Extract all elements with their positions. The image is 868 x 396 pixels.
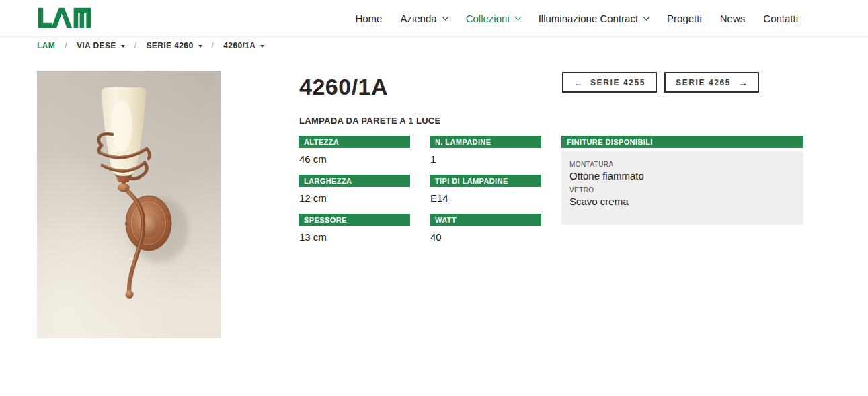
nav-news[interactable]: News [720,13,746,24]
stem-end-ball [126,290,134,299]
breadcrumb: LAM / VIA DESE / SERIE 4260 / 4260/1A [37,38,264,53]
arrow-left-icon: ← [574,77,583,88]
spec-cell-spessore: SPESSORE 13 cm [299,214,410,243]
finishes-panel: FINITURE DISPONIBILI MONTATURA Ottone fi… [561,136,803,225]
caret-down-icon [198,45,202,48]
spec-label: WATT [430,214,541,226]
finishes-body: MONTATURA Ottone fiammato VETRO Scavo cr… [561,151,803,225]
spec-label: ALTEZZA [299,136,410,148]
spec-cell-watt: WATT 40 [430,214,541,243]
nav-label: Contatti [763,13,798,24]
nav-illuminazione-contract[interactable]: Illuminazione Contract [539,13,649,24]
lam-logo-icon [37,7,91,28]
caret-down-icon [260,45,264,48]
chevron-down-icon [514,13,521,20]
spec-value: 46 cm [299,153,410,165]
page: Home Azienda Collezioni Illuminazione Co… [0,0,868,396]
finishes-header: FINITURE DISPONIBILI [561,136,803,148]
main-nav: Home Azienda Collezioni Illuminazione Co… [355,0,798,37]
chevron-down-icon [442,13,448,20]
finish-value-vetro: Scavo crema [569,196,795,207]
product-description: LAMPADA DA PARETE A 1 LUCE [299,116,441,126]
spec-table: ALTEZZA 46 cm N. LAMPADINE 1 LARGHEZZA 1… [299,136,541,253]
spec-cell-altezza: ALTEZZA 46 cm [299,136,410,165]
nav-collezioni[interactable]: Collezioni [466,13,520,24]
spec-label: SPESSORE [299,214,410,226]
nav-label: Progetti [667,13,702,24]
spec-value: 13 cm [299,231,410,243]
breadcrumb-item-4260-1a[interactable]: 4260/1A [223,41,264,50]
spec-value: 12 cm [299,192,410,204]
nav-progetti[interactable]: Progetti [667,13,702,24]
spec-cell-tipi-lampadine: TIPI DI LAMPADINE E14 [430,175,541,204]
breadcrumb-item-via-dese[interactable]: VIA DESE [77,41,125,50]
next-series-button[interactable]: SERIE 4265 → [664,72,759,93]
nav-label: Illuminazione Contract [539,13,638,24]
brand-logo[interactable] [37,7,91,31]
spec-label: N. LAMPADINE [430,136,541,148]
series-nav: ← SERIE 4255 SERIE 4265 → [562,72,759,93]
spec-cell-larghezza: LARGHEZZA 12 cm [299,175,410,204]
site-header: Home Azienda Collezioni Illuminazione Co… [0,0,868,37]
caret-down-icon [121,45,125,48]
next-series-label: SERIE 4265 [676,78,731,87]
finish-label-montatura: MONTATURA [569,161,795,168]
breadcrumb-separator: / [134,41,137,50]
spec-value: 40 [430,231,541,243]
spec-value: 1 [430,153,541,165]
nav-azienda[interactable]: Azienda [400,13,447,24]
spec-value: E14 [430,192,541,204]
product-code: 4260/1A [299,74,388,100]
nav-label: News [720,13,746,24]
breadcrumb-label: 4260/1A [223,41,255,50]
finish-label-vetro: VETRO [569,186,795,194]
spec-cell-n-lampadine: N. LAMPADINE 1 [430,136,541,165]
nav-label: Home [355,13,382,24]
finish-value-montatura: Ottone fiammato [569,170,795,182]
spec-label: TIPI DI LAMPADINE [430,175,541,187]
product-photo [37,71,221,338]
spec-label: LARGHEZZA [299,175,410,187]
chevron-down-icon [643,13,650,20]
breadcrumb-separator: / [65,41,67,50]
nav-home[interactable]: Home [355,13,382,24]
prev-series-button[interactable]: ← SERIE 4255 [562,72,657,93]
wall-lamp-image [37,71,221,338]
breadcrumb-label: SERIE 4260 [146,41,193,50]
breadcrumb-item-serie-4260[interactable]: SERIE 4260 [146,41,202,50]
prev-series-label: SERIE 4255 [590,78,645,87]
breadcrumb-item-lam[interactable]: LAM [37,41,55,50]
breadcrumb-separator: / [212,41,214,50]
nav-contatti[interactable]: Contatti [763,13,798,24]
nav-label: Collezioni [466,13,510,24]
breadcrumb-label: VIA DESE [77,41,116,50]
arrow-right-icon: → [738,77,748,88]
nav-label: Azienda [400,13,436,24]
